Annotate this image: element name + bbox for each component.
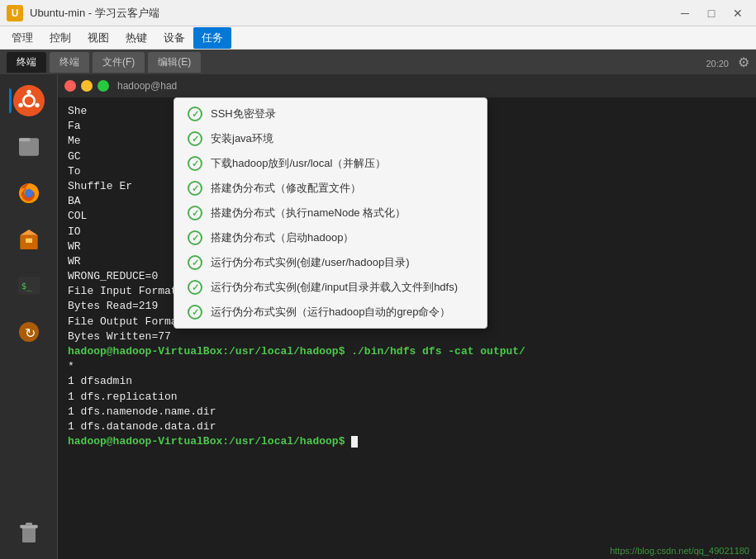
terminal-titlebar: hadoop@had bbox=[58, 74, 756, 97]
task-item-6[interactable]: 运行伪分布式实例(创建/user/hadoop目录) bbox=[174, 250, 487, 275]
check-icon-5 bbox=[188, 230, 202, 245]
terminal-output-4: 1 dfs.datanode.data.dir bbox=[68, 419, 746, 434]
watermark: https://blog.csdn.net/qq_49021180 bbox=[610, 546, 749, 556]
task-item-7[interactable]: 运行伪分布式实例(创建/input目录并载入文件到hdfs) bbox=[174, 275, 487, 300]
task-label-5: 搭建伪分布式（启动hadoop） bbox=[211, 230, 354, 245]
main-layout: $_ ↻ hadoop@had bbox=[0, 74, 756, 559]
sidebar-icon-update[interactable]: ↻ bbox=[9, 312, 49, 352]
terminal-output-3: 1 dfs.namenode.name.dir bbox=[68, 405, 746, 419]
svg-rect-5 bbox=[19, 138, 30, 141]
svg-point-1 bbox=[26, 90, 31, 94]
sidebar-icon-package[interactable] bbox=[9, 220, 49, 259]
update-icon: ↻ bbox=[16, 319, 42, 345]
task-label-0: SSH免密登录 bbox=[211, 107, 276, 121]
menu-view[interactable]: 视图 bbox=[79, 27, 117, 49]
task-dropdown: SSH免密登录 安装java环境 下载hadoop放到/usr/local（并解… bbox=[174, 97, 487, 329]
menu-bar: 管理 控制 视图 热键 设备 任务 bbox=[0, 26, 756, 50]
task-item-5[interactable]: 搭建伪分布式（启动hadoop） bbox=[174, 225, 487, 250]
menu-hotkey[interactable]: 热键 bbox=[117, 27, 155, 49]
sidebar-icon-terminal[interactable]: $_ bbox=[9, 266, 49, 306]
terminal-cursor bbox=[351, 436, 358, 448]
task-label-4: 搭建伪分布式（执行nameNode 格式化） bbox=[211, 206, 406, 220]
gear-icon[interactable]: ⚙ bbox=[738, 55, 749, 69]
minimize-button[interactable]: ─ bbox=[673, 5, 697, 21]
sidebar-icon-files[interactable] bbox=[9, 127, 49, 167]
terminal-close-btn[interactable] bbox=[64, 80, 76, 92]
menu-task[interactable]: 任务 bbox=[193, 27, 231, 49]
title-bar: U Ubuntu-min - 学习云客户端 ─ □ ✕ bbox=[0, 0, 756, 26]
toolbar-tab-terminal2[interactable]: 终端 bbox=[50, 52, 89, 73]
terminal-container: hadoop@had She Fa Me GC To Shuffle Er BA… bbox=[58, 74, 756, 559]
check-icon-2 bbox=[188, 156, 202, 171]
package-icon bbox=[16, 226, 42, 253]
svg-point-0 bbox=[23, 95, 34, 106]
terminal-prompt1: hadoop@hadoop-VirtualBox:/usr/local/hado… bbox=[68, 344, 746, 359]
check-icon-7 bbox=[188, 280, 202, 295]
terminal-output-2: 1 dfs.replication bbox=[68, 390, 746, 405]
task-label-3: 搭建伪分布式（修改配置文件） bbox=[211, 181, 361, 196]
check-icon-0 bbox=[188, 107, 202, 121]
sidebar: $_ ↻ bbox=[0, 74, 58, 559]
menu-control[interactable]: 控制 bbox=[41, 27, 79, 49]
menu-device[interactable]: 设备 bbox=[155, 27, 193, 49]
toolbar-tab-terminal[interactable]: 终端 bbox=[7, 52, 46, 73]
toolbar-tab-edit[interactable]: 编辑(E) bbox=[148, 52, 201, 73]
toolbar-tab-file[interactable]: 文件(F) bbox=[93, 52, 145, 73]
terminal-star: * bbox=[68, 359, 746, 374]
task-label-2: 下载hadoop放到/usr/local（并解压） bbox=[211, 156, 386, 171]
window-controls: ─ □ ✕ bbox=[673, 5, 749, 21]
terminal-prompt2: hadoop@hadoop-VirtualBox:/usr/local/hado… bbox=[68, 434, 746, 449]
terminal-icon: $_ bbox=[16, 272, 42, 299]
terminal-maximize-btn[interactable] bbox=[97, 80, 109, 92]
task-item-8[interactable]: 运行伪分布式实例（运行hadoop自动的grep命令） bbox=[174, 300, 487, 325]
svg-text:↻: ↻ bbox=[24, 326, 35, 340]
check-icon-8 bbox=[188, 305, 202, 320]
terminal-line-bytes-written: Bytes Written=77 bbox=[68, 329, 746, 344]
firefox-icon bbox=[16, 180, 42, 206]
toolbar: 终端 终端 文件(F) 编辑(E) 20:20 ⚙ bbox=[0, 50, 756, 74]
files-icon bbox=[16, 134, 42, 160]
task-item-1[interactable]: 安装java环境 bbox=[174, 126, 487, 151]
svg-point-2 bbox=[35, 103, 39, 107]
svg-rect-17 bbox=[26, 523, 32, 526]
check-icon-1 bbox=[188, 131, 202, 146]
check-icon-4 bbox=[188, 206, 202, 220]
terminal-minimize-btn[interactable] bbox=[81, 80, 93, 92]
close-button[interactable]: ✕ bbox=[726, 5, 749, 21]
task-item-0[interactable]: SSH免密登录 bbox=[174, 102, 487, 126]
sidebar-icon-ubuntu[interactable] bbox=[9, 81, 49, 121]
window-title: Ubuntu-min - 学习云客户端 bbox=[30, 6, 673, 21]
check-icon-3 bbox=[188, 181, 202, 196]
sidebar-icon-firefox[interactable] bbox=[9, 173, 49, 213]
svg-text:$_: $_ bbox=[21, 281, 31, 291]
task-label-1: 安装java环境 bbox=[211, 131, 273, 146]
terminal-title: hadoop@had bbox=[117, 80, 177, 92]
ubuntu-logo-icon bbox=[16, 88, 42, 114]
maximize-button[interactable]: □ bbox=[700, 5, 723, 21]
check-icon-6 bbox=[188, 255, 202, 270]
svg-point-7 bbox=[24, 189, 33, 198]
svg-marker-9 bbox=[20, 230, 37, 235]
terminal-output-1: 1 dfsadmin bbox=[68, 374, 746, 389]
task-item-2[interactable]: 下载hadoop放到/usr/local（并解压） bbox=[174, 151, 487, 176]
menu-manage[interactable]: 管理 bbox=[3, 27, 41, 49]
app-icon: U bbox=[7, 5, 23, 21]
trash-icon bbox=[16, 519, 42, 546]
task-label-6: 运行伪分布式实例(创建/user/hadoop目录) bbox=[211, 255, 410, 270]
svg-rect-10 bbox=[26, 239, 32, 243]
task-item-3[interactable]: 搭建伪分布式（修改配置文件） bbox=[174, 176, 487, 201]
sidebar-icon-trash[interactable] bbox=[9, 513, 49, 552]
task-label-7: 运行伪分布式实例(创建/input目录并载入文件到hdfs) bbox=[211, 280, 458, 295]
toolbar-time: 20:20 ⚙ bbox=[706, 54, 749, 70]
svg-point-3 bbox=[18, 103, 22, 107]
task-item-4[interactable]: 搭建伪分布式（执行nameNode 格式化） bbox=[174, 201, 487, 225]
task-label-8: 运行伪分布式实例（运行hadoop自动的grep命令） bbox=[211, 305, 450, 320]
svg-rect-15 bbox=[22, 527, 36, 542]
